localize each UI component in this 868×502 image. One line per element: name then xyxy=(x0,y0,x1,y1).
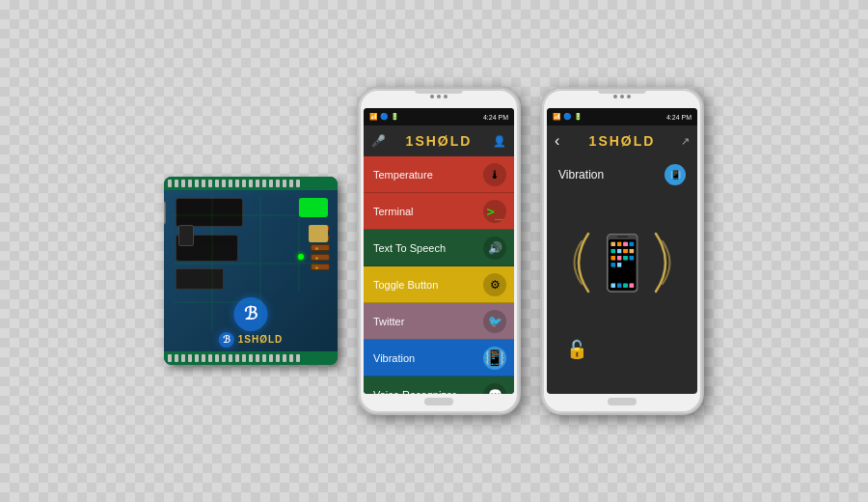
vibration-toggle[interactable]: 📳 xyxy=(665,164,686,185)
app-header-2: ‹ 1SHØLD ↗ xyxy=(547,126,697,156)
menu-item-toggle[interactable]: Toggle Button ⚙ xyxy=(364,266,514,303)
menu-item-voice[interactable]: Voice Recognizer 💬 xyxy=(364,376,514,394)
status-bar: 📶🔵🔋 4:24 PM xyxy=(364,108,514,126)
phone-vibration-detail: 📶🔵🔋 4:24 PM ‹ 1SHØLD ↗ Vibration 📳 xyxy=(540,87,704,415)
menu-item-temperature[interactable]: Temperature 🌡 xyxy=(364,156,514,193)
profile-icon: 👤 xyxy=(493,135,506,148)
pcb-traces xyxy=(164,177,338,365)
vibration-graphic: 📱 xyxy=(555,205,690,321)
status-time: 4:24 PM xyxy=(483,114,508,121)
voice-icon: 💬 xyxy=(483,383,506,395)
arduino-board: ℬ ℬ 1SHØLD xyxy=(164,177,338,365)
right-waves-icon xyxy=(651,224,680,301)
back-button[interactable]: ‹ xyxy=(555,132,559,150)
menu-item-twitter[interactable]: Twitter 🐦 xyxy=(364,303,514,340)
phone-screen-menu: 📶🔵🔋 4:24 PM 🎤 1SHØLD 👤 Temperature 🌡 Ter… xyxy=(364,108,514,394)
tts-icon: 🔊 xyxy=(483,237,506,260)
app-header: 🎤 1SHØLD 👤 xyxy=(364,126,514,156)
status-bar-2: 📶🔵🔋 4:24 PM xyxy=(547,108,697,126)
phone-menu: 📶🔵🔋 4:24 PM 🎤 1SHØLD 👤 Temperature 🌡 Ter… xyxy=(357,87,521,415)
home-button[interactable] xyxy=(424,398,453,405)
toggle-icon: ⚙ xyxy=(483,273,506,296)
app-logo: 1SHØLD xyxy=(406,133,473,149)
share-icon: ↗ xyxy=(681,135,690,148)
menu-item-terminal[interactable]: Terminal >_ xyxy=(364,193,514,230)
app-logo-2: 1SHØLD xyxy=(589,133,656,149)
vibration-title: Vibration xyxy=(558,168,604,181)
mic-icon: 🎤 xyxy=(371,134,386,148)
menu-item-tts[interactable]: Text To Speech 🔊 xyxy=(364,230,514,266)
status-icons-left-2: 📶🔵🔋 xyxy=(553,113,583,121)
terminal-icon: >_ xyxy=(483,200,506,223)
twitter-icon: 🐦 xyxy=(483,310,506,333)
status-time-2: 4:24 PM xyxy=(666,114,692,121)
menu-item-vibration[interactable]: Vibration 📳 xyxy=(364,340,514,376)
phone-screen-vibration: 📶🔵🔋 4:24 PM ‹ 1SHØLD ↗ Vibration 📳 xyxy=(547,108,697,394)
vibration-detail-screen: Vibration 📳 📱 🔓 xyxy=(547,156,697,328)
status-icons-left: 📶🔵🔋 xyxy=(369,113,399,121)
temperature-icon: 🌡 xyxy=(483,163,506,186)
home-button-2[interactable] xyxy=(608,398,637,405)
phone-vibration-icon: 📱 xyxy=(589,232,656,294)
vibration-icon: 📳 xyxy=(483,347,506,370)
lock-icon: 🔓 xyxy=(566,339,587,360)
status-icons-right-2: 4:24 PM xyxy=(666,114,692,121)
vibration-header: Vibration 📳 xyxy=(555,164,690,185)
status-icons-right: 4:24 PM xyxy=(483,114,508,121)
